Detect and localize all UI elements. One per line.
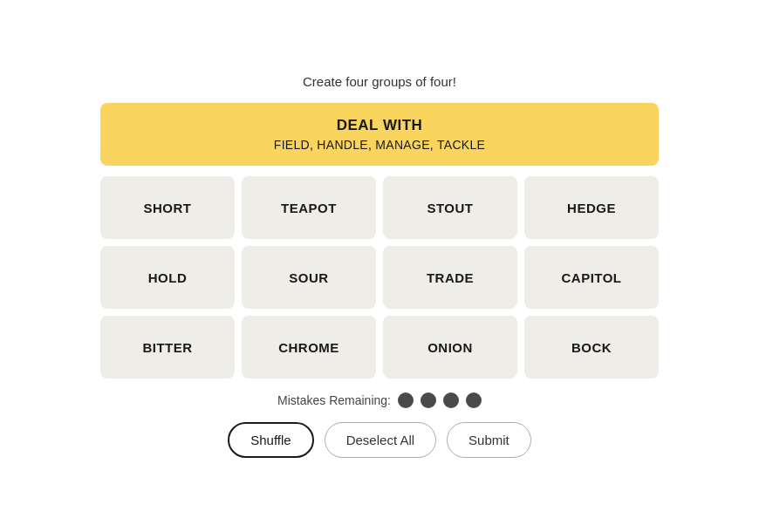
word-cell-label: BOCK [571, 340, 612, 355]
deselect-all-button[interactable]: Deselect All [325, 422, 436, 458]
mistake-dot-1 [398, 392, 414, 408]
word-cell-label: CAPITOL [561, 270, 621, 285]
solved-category-row: DEAL WITH FIELD, HANDLE, MANAGE, TACKLE [100, 103, 659, 166]
word-cell-label: TEAPOT [281, 201, 337, 215]
word-cell-label: HEDGE [567, 201, 616, 215]
action-buttons: Shuffle Deselect All Submit [228, 422, 531, 458]
word-cell[interactable]: TRADE [383, 246, 517, 309]
word-cell[interactable]: ONION [383, 316, 517, 379]
solved-category-label: DEAL WITH [121, 117, 638, 134]
mistake-dot-3 [443, 392, 459, 408]
word-cell-label: SHORT [144, 201, 192, 215]
word-cell[interactable]: HEDGE [524, 176, 659, 239]
word-cell[interactable]: BOCK [524, 316, 659, 379]
word-grid: SHORTTEAPOTSTOUTHEDGEHOLDSOURTRADECAPITO… [100, 176, 659, 379]
submit-button[interactable]: Submit [447, 422, 531, 458]
mistake-dot-4 [466, 392, 482, 408]
word-cell[interactable]: STOUT [383, 176, 517, 239]
word-cell[interactable]: HOLD [100, 246, 235, 309]
mistakes-label: Mistakes Remaining: [277, 393, 391, 407]
word-cell[interactable]: BITTER [100, 316, 235, 379]
word-cell[interactable]: SHORT [100, 176, 235, 239]
word-cell[interactable]: SOUR [242, 246, 376, 309]
word-cell-label: BITTER [142, 340, 192, 355]
word-cell-label: CHROME [278, 340, 339, 355]
shuffle-button[interactable]: Shuffle [228, 422, 313, 458]
word-cell[interactable]: CAPITOL [524, 246, 659, 309]
word-cell-label: SOUR [289, 270, 328, 285]
word-cell-label: ONION [427, 340, 473, 355]
solved-category-words: FIELD, HANDLE, MANAGE, TACKLE [121, 138, 638, 152]
word-cell[interactable]: CHROME [242, 316, 376, 379]
subtitle: Create four groups of four! [303, 74, 456, 89]
mistakes-row: Mistakes Remaining: [277, 392, 482, 408]
mistake-dot-2 [421, 392, 436, 408]
word-cell[interactable]: TEAPOT [242, 176, 376, 239]
word-cell-label: HOLD [148, 270, 188, 285]
word-cell-label: STOUT [427, 201, 473, 215]
word-cell-label: TRADE [427, 270, 474, 285]
main-container: Create four groups of four! DEAL WITH FI… [100, 74, 659, 458]
